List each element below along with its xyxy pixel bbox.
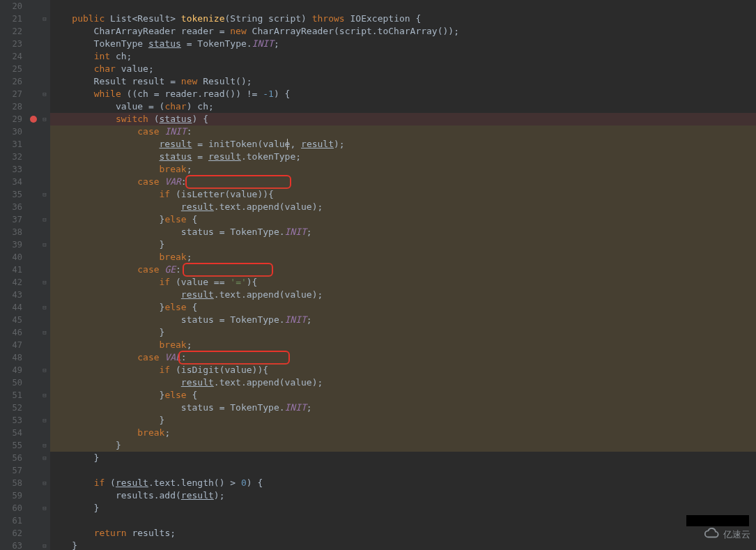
fold-slot[interactable] bbox=[39, 527, 50, 540]
breakpoint-slot[interactable] bbox=[28, 291, 39, 304]
breakpoint-slot[interactable] bbox=[28, 342, 39, 354]
breakpoint-slot[interactable] bbox=[28, 316, 39, 329]
fold-toggle-icon[interactable]: ⊟ bbox=[43, 542, 46, 549]
fold-slot[interactable] bbox=[39, 100, 50, 113]
fold-slot[interactable]: ⊟ bbox=[39, 238, 50, 251]
code-line[interactable]: break; bbox=[50, 427, 756, 439]
breakpoint-slot[interactable] bbox=[28, 367, 39, 379]
breakpoint-slot[interactable] bbox=[28, 63, 39, 75]
breakpoint-slot[interactable] bbox=[28, 480, 39, 492]
fold-toggle-icon[interactable]: ⊟ bbox=[43, 241, 46, 248]
code-line[interactable]: }else { bbox=[50, 213, 756, 226]
fold-toggle-icon[interactable]: ⊟ bbox=[43, 442, 46, 449]
fold-toggle-icon[interactable]: ⊟ bbox=[43, 417, 46, 424]
code-line[interactable] bbox=[50, 514, 756, 527]
code-line[interactable]: case INIT: bbox=[50, 125, 756, 138]
code-line[interactable]: results.add(result); bbox=[50, 489, 756, 502]
fold-toggle-icon[interactable]: ⊟ bbox=[43, 329, 46, 336]
fold-toggle-icon[interactable]: ⊟ bbox=[43, 216, 46, 223]
code-line[interactable]: status = result.tokenType; bbox=[50, 151, 756, 163]
fold-slot[interactable] bbox=[39, 427, 50, 439]
code-editor[interactable]: 2021222324252627282930313233343536373839… bbox=[0, 0, 756, 550]
breakpoint-icon[interactable] bbox=[30, 116, 37, 123]
breakpoint-slot[interactable] bbox=[28, 50, 39, 63]
breakpoint-slot[interactable] bbox=[28, 241, 39, 254]
breakpoint-slot[interactable] bbox=[28, 492, 39, 505]
fold-slot[interactable]: ⊟ bbox=[39, 389, 50, 402]
fold-toggle-icon[interactable]: ⊟ bbox=[43, 367, 46, 374]
code-line[interactable]: if (isDigit(value)){ bbox=[50, 364, 756, 376]
code-line[interactable]: break; bbox=[50, 251, 756, 263]
breakpoint-slot[interactable] bbox=[28, 505, 39, 517]
fold-slot[interactable] bbox=[39, 38, 50, 50]
fold-slot[interactable] bbox=[39, 376, 50, 389]
code-line[interactable]: Result result = new Result(); bbox=[50, 75, 756, 88]
code-line[interactable]: result.text.append(value); bbox=[50, 201, 756, 213]
fold-toggle-icon[interactable]: ⊟ bbox=[43, 279, 46, 286]
fold-slot[interactable]: ⊟ bbox=[39, 213, 50, 226]
code-line[interactable]: break; bbox=[50, 339, 756, 351]
fold-slot[interactable] bbox=[39, 464, 50, 477]
code-line[interactable]: result = initToken(value, result); bbox=[50, 138, 756, 151]
fold-toggle-icon[interactable]: ⊟ bbox=[43, 392, 46, 399]
breakpoint-slot[interactable] bbox=[28, 128, 39, 141]
fold-slot[interactable] bbox=[39, 351, 50, 364]
fold-slot[interactable]: ⊟ bbox=[39, 364, 50, 376]
code-line[interactable]: } bbox=[50, 326, 756, 339]
fold-slot[interactable] bbox=[39, 489, 50, 502]
fold-slot[interactable] bbox=[39, 226, 50, 238]
breakpoint-slot[interactable] bbox=[28, 279, 39, 291]
breakpoint-slot[interactable] bbox=[28, 467, 39, 480]
fold-slot[interactable] bbox=[39, 50, 50, 63]
fold-toggle-icon[interactable]: ⊟ bbox=[43, 454, 46, 461]
breakpoint-slot[interactable] bbox=[28, 216, 39, 229]
breakpoint-slot[interactable] bbox=[28, 304, 39, 316]
fold-slot[interactable] bbox=[39, 163, 50, 176]
code-line[interactable]: break; bbox=[50, 163, 756, 176]
code-line[interactable]: } bbox=[50, 540, 756, 550]
code-line[interactable]: status = TokenType.INIT; bbox=[50, 402, 756, 414]
code-area[interactable]: public List<Result> tokenize(String scri… bbox=[50, 0, 756, 550]
code-line[interactable]: }else { bbox=[50, 389, 756, 402]
fold-slot[interactable] bbox=[39, 402, 50, 414]
code-line[interactable]: } bbox=[50, 439, 756, 452]
fold-slot[interactable] bbox=[39, 201, 50, 213]
fold-toggle-icon[interactable]: ⊟ bbox=[43, 505, 46, 512]
fold-slot[interactable] bbox=[39, 0, 50, 13]
code-line[interactable]: value = (char) ch; bbox=[50, 100, 756, 113]
fold-slot[interactable] bbox=[39, 514, 50, 527]
code-line[interactable]: result.text.append(value); bbox=[50, 289, 756, 301]
fold-slot[interactable]: ⊟ bbox=[39, 326, 50, 339]
line-number-gutter[interactable]: 2021222324252627282930313233343536373839… bbox=[0, 0, 28, 550]
code-line[interactable]: status = TokenType.INIT; bbox=[50, 226, 756, 238]
breakpoint-slot[interactable] bbox=[28, 229, 39, 241]
breakpoint-slot[interactable] bbox=[28, 404, 39, 417]
fold-slot[interactable] bbox=[39, 138, 50, 151]
breakpoint-slot[interactable] bbox=[28, 542, 39, 550]
fold-slot[interactable]: ⊟ bbox=[39, 414, 50, 427]
breakpoint-slot[interactable] bbox=[28, 530, 39, 542]
code-line[interactable]: TokenType status = TokenType.INIT; bbox=[50, 38, 756, 50]
breakpoint-slot[interactable] bbox=[28, 442, 39, 454]
fold-toggle-icon[interactable]: ⊟ bbox=[43, 480, 46, 487]
fold-slot[interactable]: ⊟ bbox=[39, 188, 50, 201]
breakpoint-slot[interactable] bbox=[28, 13, 39, 25]
breakpoint-gutter[interactable] bbox=[28, 0, 39, 550]
fold-slot[interactable]: ⊟ bbox=[39, 276, 50, 289]
breakpoint-slot[interactable] bbox=[28, 0, 39, 13]
breakpoint-slot[interactable] bbox=[28, 88, 39, 100]
fold-slot[interactable] bbox=[39, 176, 50, 188]
code-line[interactable]: public List<Result> tokenize(String scri… bbox=[50, 13, 756, 25]
breakpoint-slot[interactable] bbox=[28, 354, 39, 367]
breakpoint-slot[interactable] bbox=[28, 38, 39, 50]
code-line[interactable]: } bbox=[50, 238, 756, 251]
fold-toggle-icon[interactable]: ⊟ bbox=[43, 116, 46, 123]
code-line[interactable]: } bbox=[50, 452, 756, 464]
code-line[interactable]: case VAR: bbox=[50, 176, 756, 188]
breakpoint-slot[interactable] bbox=[28, 100, 39, 113]
fold-toggle-icon[interactable]: ⊟ bbox=[43, 15, 46, 22]
code-line[interactable]: status = TokenType.INIT; bbox=[50, 314, 756, 326]
fold-slot[interactable] bbox=[39, 251, 50, 263]
code-line[interactable]: if (result.text.length() > 0) { bbox=[50, 477, 756, 489]
breakpoint-slot[interactable] bbox=[28, 25, 39, 38]
